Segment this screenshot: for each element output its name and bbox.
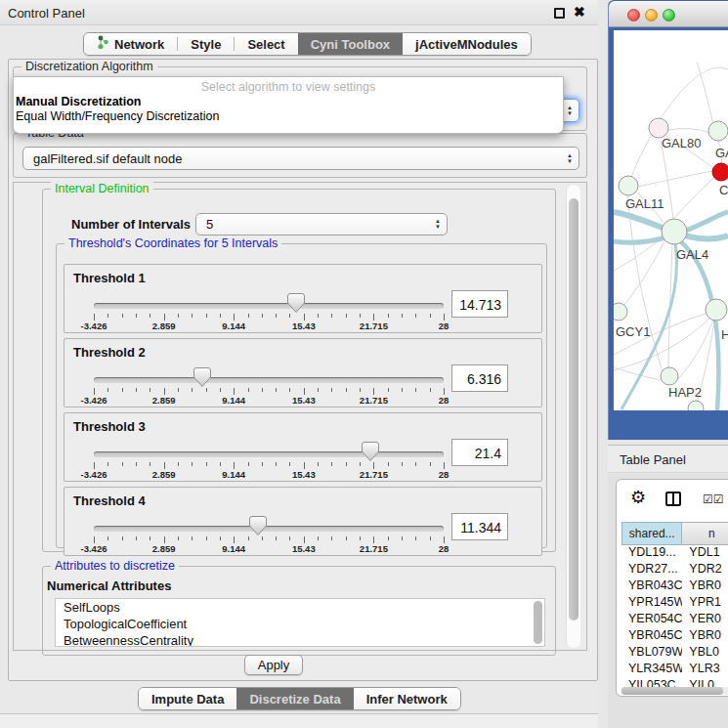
threshold-value-field[interactable]: 11.344 — [451, 513, 508, 540]
threshold-slider-thumb[interactable] — [362, 442, 379, 462]
tick-label: 21.715 — [360, 469, 388, 480]
tab-select[interactable]: Select — [235, 33, 297, 55]
table-row[interactable]: YBL079WYBL0 — [621, 645, 728, 662]
tick-mark — [164, 388, 165, 395]
threshold-value-field[interactable]: 6.316 — [451, 364, 508, 392]
table-data-combobox[interactable]: galFiltered.sif default node ▲▼ — [22, 147, 579, 170]
network-window-titlebar[interactable] — [609, 1, 728, 27]
num-intervals-combobox[interactable]: 5 ▲▼ — [195, 213, 448, 236]
slider-tick-labels: -3.4262.8599.14415.4321.71528 — [94, 321, 444, 332]
tab-network[interactable]: Network — [84, 33, 177, 55]
threshold-slider-track[interactable] — [94, 303, 444, 309]
network-node[interactable] — [706, 299, 727, 321]
network-edge[interactable] — [638, 171, 712, 187]
close-icon[interactable]: ✖ — [574, 4, 585, 20]
tick-mark — [206, 314, 207, 318]
network-icon — [97, 35, 114, 53]
apply-button[interactable]: Apply — [244, 655, 303, 675]
tick-label: 28 — [439, 321, 450, 331]
threshold-slider-thumb[interactable] — [249, 516, 267, 536]
network-node[interactable] — [619, 176, 638, 195]
network-node[interactable] — [712, 163, 728, 181]
tick-mark — [136, 314, 137, 318]
threshold-slider-track[interactable] — [94, 526, 444, 532]
network-node[interactable] — [661, 367, 678, 385]
bottom-tab-infer-network[interactable]: Infer Network — [354, 688, 460, 709]
slider-tick-labels: -3.4262.8599.14415.4321.71528 — [94, 469, 444, 481]
tab-label: Style — [191, 37, 221, 52]
tick-mark — [444, 462, 445, 469]
tick-label: 21.715 — [360, 321, 388, 331]
bottom-tab-discretize-data[interactable]: Discretize Data — [236, 688, 353, 709]
zoom-traffic-light-icon[interactable] — [663, 9, 675, 21]
tick-mark — [346, 388, 347, 392]
columns-icon[interactable] — [665, 492, 681, 506]
column-header-name[interactable]: n — [682, 522, 728, 545]
network-canvas[interactable]: GAL80GACGAL11GAL4GCY1HHAP2 — [614, 30, 728, 410]
gear-icon[interactable]: ⚙ — [630, 489, 646, 506]
dropdown-item-manual-discretization[interactable]: Manual Discretization — [14, 94, 563, 108]
tick-mark — [107, 314, 108, 318]
close-traffic-light-icon[interactable] — [627, 9, 640, 21]
float-window-icon[interactable] — [554, 8, 565, 19]
select-columns-checkboxes-icon[interactable]: ☑☑ — [703, 492, 724, 506]
table-row[interactable]: YPR145WYPR1 — [621, 595, 728, 612]
dropdown-placeholder: Select algorithm to view settings — [14, 79, 563, 94]
table-cell: YDL19... — [621, 545, 682, 562]
tab-cyni-toolbox[interactable]: Cyni Toolbox — [298, 33, 403, 55]
network-edge[interactable] — [678, 320, 713, 379]
thresholds-groupbox: Threshold's Coordinates for 5 Intervals … — [56, 243, 547, 548]
tick-mark — [430, 388, 431, 392]
tab-style[interactable]: Style — [178, 33, 234, 55]
network-edge[interactable] — [614, 367, 661, 380]
attributes-list: SelfLoopsTopologicalCoefficientBetweenne… — [55, 598, 545, 647]
attribute-item-betweennesscentrality[interactable]: BetweennessCentrality — [56, 632, 544, 647]
threshold-slider-thumb[interactable] — [287, 293, 305, 314]
dropdown-item-equal-width-frequency-discretization[interactable]: Equal Width/Frequency Discretization — [14, 108, 563, 123]
table-row[interactable]: YLR345WYLR3 — [621, 662, 728, 678]
table-hscrollbar-thumb[interactable] — [621, 687, 723, 695]
network-node[interactable] — [688, 401, 704, 410]
network-edge[interactable] — [673, 177, 714, 219]
viewport-scrollbar-track[interactable] — [566, 185, 580, 648]
table-cell: YER054C — [621, 612, 682, 628]
table-row[interactable]: YDL19...YDL1 — [621, 545, 728, 562]
network-window[interactable]: GAL80GACGAL11GAL4GCY1HHAP2 — [608, 0, 728, 440]
attribute-item-topologicalcoefficient[interactable]: TopologicalCoefficient — [56, 616, 544, 632]
column-header-shared-name[interactable]: shared... — [621, 522, 682, 545]
network-edge[interactable] — [668, 129, 709, 133]
tick-mark — [94, 388, 95, 395]
table-row[interactable]: YER054CYER0 — [621, 612, 728, 628]
table-row[interactable]: YBR045CYBR0 — [621, 628, 728, 645]
threshold-slider-thumb[interactable] — [193, 367, 211, 388]
network-node-label: GAL4 — [676, 247, 708, 262]
tick-label: 9.144 — [222, 395, 245, 406]
tick-mark — [402, 536, 403, 540]
minimize-traffic-light-icon[interactable] — [645, 9, 658, 21]
network-edge[interactable] — [661, 67, 728, 118]
tab-jactivemnodules[interactable]: jActiveMNodules — [403, 33, 531, 55]
threshold-value-field[interactable]: 21.4 — [451, 439, 508, 466]
table-row[interactable]: YDR27...YDR2 — [621, 562, 728, 578]
table-row[interactable]: YBR043CYBR0 — [621, 578, 728, 595]
network-edge[interactable] — [631, 136, 651, 177]
attribute-item-selfloops[interactable]: SelfLoops — [56, 599, 544, 616]
threshold-value-field[interactable]: 14.713 — [451, 290, 508, 318]
bottom-tab-bar: Impute DataDiscretize DataInfer Network — [138, 687, 461, 710]
attributes-list-scrollbar[interactable] — [534, 601, 542, 644]
tick-label: 9.144 — [222, 321, 245, 331]
threshold-slider-track[interactable] — [94, 377, 444, 383]
tick-mark — [430, 314, 431, 318]
bottom-tab-impute-data[interactable]: Impute Data — [139, 688, 236, 709]
network-node[interactable] — [649, 118, 668, 138]
viewport-scrollbar-thumb[interactable] — [569, 198, 578, 621]
network-node[interactable] — [614, 303, 627, 321]
table-cell: YDR2 — [682, 562, 728, 578]
network-node[interactable] — [662, 219, 687, 244]
tick-mark — [304, 536, 305, 543]
table-hscrollbar-track[interactable] — [621, 687, 728, 695]
network-node[interactable] — [708, 121, 728, 141]
threshold-slider-track[interactable] — [94, 451, 444, 457]
algorithm-group-label: Discretization Algorithm — [21, 60, 157, 73]
tick-mark — [402, 462, 403, 466]
